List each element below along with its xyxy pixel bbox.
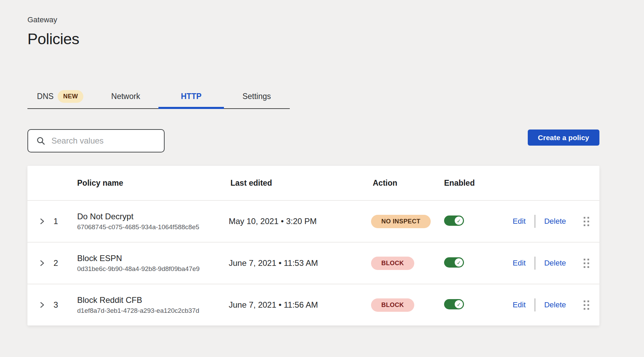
drag-handle-icon[interactable] [584, 259, 589, 268]
edit-link[interactable]: Edit [513, 217, 526, 226]
check-icon: ✓ [457, 218, 461, 223]
tab-dns[interactable]: DNS NEW [27, 84, 93, 108]
expand-row-button[interactable] [27, 301, 49, 308]
row-number: 1 [49, 217, 75, 226]
search-icon [36, 136, 45, 145]
tab-settings[interactable]: Settings [224, 84, 289, 108]
drag-handle-icon[interactable] [584, 217, 589, 226]
delete-link[interactable]: Delete [544, 217, 566, 226]
policy-uuid: 0d31be6c-9b90-48a4-92b8-9d8f09ba47e9 [77, 264, 229, 273]
table-row: 1 Do Not Decrypt 67068745-c075-4685-934a… [27, 200, 599, 242]
search-input[interactable] [51, 136, 158, 146]
last-edited-value: June 7, 2021 • 11:53 AM [229, 258, 371, 268]
delete-link[interactable]: Delete [544, 300, 566, 309]
expand-row-button[interactable] [27, 260, 49, 267]
action-separator [535, 215, 535, 228]
row-number: 2 [49, 258, 75, 268]
page-title: Policies [27, 30, 644, 48]
edit-link[interactable]: Edit [513, 259, 526, 268]
policy-uuid: d1ef8a7d-3eb1-4728-a293-ea120c2cb37d [77, 306, 229, 315]
last-edited-value: June 7, 2021 • 11:56 AM [229, 300, 371, 310]
enabled-toggle[interactable]: ✓ [444, 216, 464, 226]
chevron-right-icon [39, 301, 45, 308]
gateway-policies-page: Gateway Policies DNS NEW Network HTTP Se… [0, 0, 644, 357]
toolbar: Create a policy [27, 129, 599, 152]
tab-bar: DNS NEW Network HTTP Settings [27, 84, 290, 109]
delete-link[interactable]: Delete [544, 259, 566, 268]
tab-http-label: HTTP [181, 92, 201, 101]
tab-settings-label: Settings [242, 92, 271, 101]
action-separator [535, 257, 535, 270]
search-box[interactable] [27, 129, 165, 152]
policy-name: Do Not Decrypt [77, 211, 229, 222]
new-badge: NEW [58, 90, 83, 103]
chevron-right-icon [39, 218, 45, 225]
header-enabled: Enabled [442, 178, 513, 188]
action-separator [535, 298, 535, 311]
policy-name: Block Reddit CFB [77, 295, 229, 306]
tab-dns-label: DNS [37, 92, 54, 101]
action-badge: NO INSPECT [371, 215, 431, 228]
create-policy-button[interactable]: Create a policy [528, 130, 599, 146]
check-icon: ✓ [457, 302, 461, 307]
action-badge: BLOCK [371, 257, 414, 270]
breadcrumb: Gateway [27, 15, 644, 25]
last-edited-value: May 10, 2021 • 3:20 PM [229, 217, 371, 226]
enabled-toggle[interactable]: ✓ [444, 257, 464, 268]
table-row: 3 Block Reddit CFB d1ef8a7d-3eb1-4728-a2… [27, 284, 599, 325]
table-row: 2 Block ESPN 0d31be6c-9b90-48a4-92b8-9d8… [27, 242, 599, 284]
enabled-toggle[interactable]: ✓ [444, 299, 464, 309]
edit-link[interactable]: Edit [513, 300, 526, 309]
row-number: 3 [49, 300, 75, 310]
header-policy-name: Policy name [75, 178, 229, 188]
action-badge: BLOCK [371, 298, 414, 312]
drag-handle-icon[interactable] [584, 300, 589, 310]
header-last-edited: Last edited [229, 178, 371, 188]
tab-network-label: Network [111, 92, 140, 101]
chevron-right-icon [39, 260, 45, 267]
policies-table: Policy name Last edited Action Enabled 1… [27, 166, 599, 325]
check-icon: ✓ [457, 260, 461, 265]
table-header-row: Policy name Last edited Action Enabled [27, 166, 599, 200]
expand-row-button[interactable] [27, 218, 49, 225]
tab-network[interactable]: Network [93, 84, 158, 108]
policy-uuid: 67068745-c075-4685-934a-1064f588c8e5 [77, 223, 229, 232]
header-action: Action [371, 178, 442, 188]
policy-name: Block ESPN [77, 253, 229, 264]
tab-http[interactable]: HTTP [158, 84, 224, 108]
table-body: 1 Do Not Decrypt 67068745-c075-4685-934a… [27, 200, 599, 325]
